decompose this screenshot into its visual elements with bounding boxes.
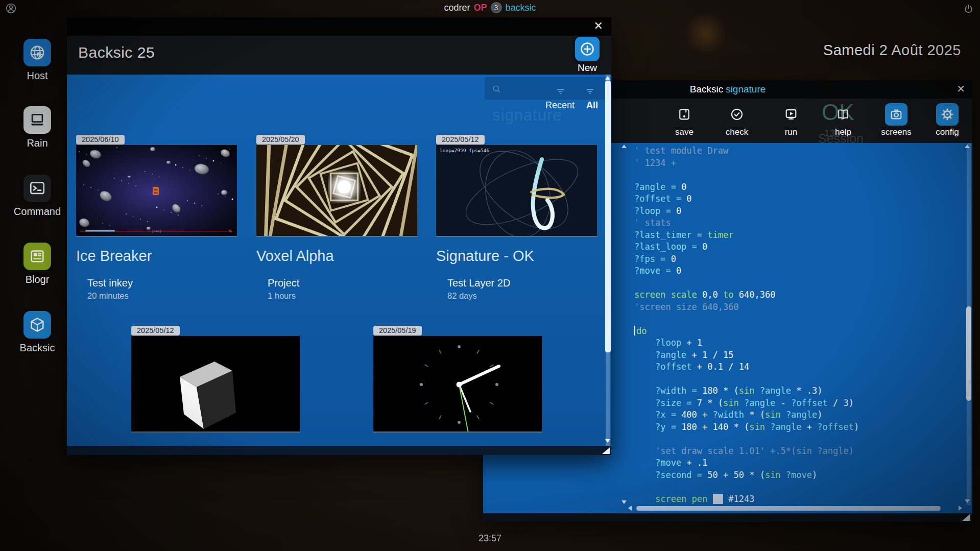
run-icon: [780, 103, 802, 126]
sidebar-item-command[interactable]: Command: [2, 175, 73, 218]
toolbar-check-button[interactable]: check: [715, 99, 758, 137]
code-line[interactable]: 'screen size 640,360: [634, 301, 739, 313]
scroll-right-icon[interactable]: [959, 506, 962, 511]
page-title: Backsic 25: [78, 44, 155, 61]
code-window-title-app: Backsic: [690, 84, 723, 95]
blog-icon: [23, 243, 51, 270]
project-caption: 20 minutes: [87, 291, 237, 301]
vertical-scrollbar-thumb[interactable]: [605, 81, 611, 352]
code-line[interactable]: screen pen #1243: [634, 493, 754, 505]
code-line[interactable]: ' test module Draw: [634, 145, 728, 157]
code-line[interactable]: ?fps = 0: [634, 253, 676, 265]
op-tag: OP: [473, 3, 487, 13]
book-icon: [832, 103, 854, 126]
toolbar-save-button[interactable]: save: [663, 99, 706, 137]
date-badge: 2025/06/10: [76, 135, 125, 145]
filter-icon[interactable]: [585, 87, 595, 97]
code-line[interactable]: ?angle = 0: [634, 181, 686, 193]
code-line[interactable]: ?move = 0: [634, 265, 681, 277]
filter-all[interactable]: All: [586, 100, 598, 110]
code-line[interactable]: screen scale 0,0 to 640,360: [634, 289, 775, 301]
search-icon[interactable]: [491, 84, 502, 94]
toolbar-label: run: [785, 127, 798, 137]
project-card[interactable]: 2025/05/12 loop=7959 fps=546Signature - …: [436, 135, 597, 301]
code-line[interactable]: ?size = 7 * (sin ?angle - ?offset / 3): [634, 397, 854, 409]
code-line[interactable]: ?move + .1: [634, 457, 707, 469]
toolbar-help-button[interactable]: help: [822, 99, 865, 137]
scroll-down-icon[interactable]: [605, 439, 610, 443]
cube-icon: [23, 311, 51, 339]
project-title[interactable]: Ice Breaker: [76, 248, 237, 265]
code-line[interactable]: ' 1234 +: [634, 157, 676, 169]
close-icon[interactable]: ✕: [594, 19, 603, 33]
project-card[interactable]: 2025/05/20 Voxel Alpha Project 1 hours: [256, 135, 417, 301]
project-thumbnail[interactable]: loop=7959 fps=546: [436, 145, 597, 237]
text-cursor: [634, 326, 635, 336]
projects-window-header: Backsic 25 New: [67, 36, 611, 75]
code-line[interactable]: ?loop = 0: [634, 205, 681, 217]
code-line[interactable]: do: [634, 325, 647, 337]
scroll-down-icon[interactable]: [622, 500, 627, 504]
scroll-left-icon[interactable]: [628, 506, 632, 511]
scroll-up-icon[interactable]: [622, 145, 627, 148]
code-line[interactable]: ?offset = 0: [634, 193, 692, 205]
code-line[interactable]: ?last_timer = timer: [634, 229, 733, 241]
sidebar-item-label: Backsic: [20, 342, 55, 354]
close-icon[interactable]: ✕: [957, 83, 965, 95]
scroll-up-icon[interactable]: [605, 76, 610, 80]
sidebar-item-host[interactable]: Host: [2, 39, 73, 82]
filter-icon[interactable]: [556, 87, 565, 97]
project-title[interactable]: Voxel Alpha: [256, 248, 417, 265]
filter-row: Recent All: [67, 100, 598, 111]
project-caption: 1 hours: [268, 291, 417, 301]
projects-window-titlebar[interactable]: ✕: [67, 17, 611, 36]
code-line[interactable]: ?offset + 0.1 / 14: [634, 361, 749, 373]
filter-recent[interactable]: Recent: [545, 100, 575, 110]
user-name: codrer: [444, 3, 470, 13]
resize-handle[interactable]: [962, 514, 970, 521]
toolbar-label: save: [675, 127, 694, 137]
code-line[interactable]: 'set draw scale 1.01' +.5*(sin ?angle): [634, 445, 854, 457]
toolbar-screens-button[interactable]: screens: [875, 99, 918, 137]
sidebar-item-label: Host: [27, 70, 47, 82]
active-app-name[interactable]: backsic: [506, 3, 536, 13]
toolbar-run-button[interactable]: run: [770, 99, 812, 137]
code-line[interactable]: ?second = 50 + 50 * (sin ?move): [634, 469, 817, 481]
code-line[interactable]: ?y = 180 + 140 * (sin ?angle + ?offset): [634, 421, 859, 433]
projects-window-footer: [67, 446, 611, 455]
code-line[interactable]: ?last_loop = 0: [634, 241, 707, 253]
sidebar-item-rain[interactable]: Rain: [2, 106, 73, 149]
projects-window: ✕ Backsic 25 New Recent All signature 20…: [67, 17, 611, 455]
sidebar-item-backsic[interactable]: Backsic: [2, 311, 73, 354]
laptop-icon: [23, 106, 51, 134]
code-line[interactable]: ?loop + 1: [634, 337, 702, 349]
code-line[interactable]: ?x = 400 + ?width * (sin ?angle): [634, 409, 823, 421]
vertical-scrollbar-thumb[interactable]: [966, 306, 971, 401]
code-line[interactable]: ?angle + 1 / 15: [634, 349, 733, 361]
project-thumbnail[interactable]: (0=x)76: [76, 145, 237, 237]
camera-icon: [885, 103, 907, 126]
date-label: Samedi 2 Août 2025: [823, 42, 961, 59]
code-line[interactable]: ' stats: [634, 217, 671, 229]
save-icon: [673, 103, 696, 126]
date-badge: 2025/05/12: [436, 135, 485, 145]
power-icon[interactable]: [963, 4, 974, 14]
toolbar-config-button[interactable]: config: [926, 99, 969, 137]
terminal-icon: [23, 175, 51, 202]
new-project-button[interactable]: [575, 37, 600, 61]
project-card[interactable]: 2025/05/19: [373, 326, 542, 433]
code-line[interactable]: ?width = 180 * (sin ?angle * .3): [634, 385, 823, 397]
project-thumbnail[interactable]: [373, 336, 542, 433]
project-thumbnail[interactable]: [131, 336, 300, 433]
project-card[interactable]: 2025/06/10 (0=x)76Ice Breaker Test inkey…: [76, 135, 237, 301]
project-card[interactable]: 2025/05/12: [131, 326, 300, 433]
horizontal-scrollbar-thumb[interactable]: [636, 506, 941, 511]
new-project-label: New: [567, 62, 608, 74]
project-title[interactable]: Signature - OK: [436, 248, 597, 265]
desktop: codrer OP 3 backsic Samedi 2 Août 2025 2…: [0, 0, 980, 551]
date-badge: 2025/05/19: [373, 326, 422, 336]
sidebar-item-label: Blogr: [26, 274, 50, 285]
resize-handle[interactable]: [602, 447, 610, 454]
project-thumbnail[interactable]: [256, 145, 417, 237]
sidebar-item-blogr[interactable]: Blogr: [2, 243, 73, 285]
